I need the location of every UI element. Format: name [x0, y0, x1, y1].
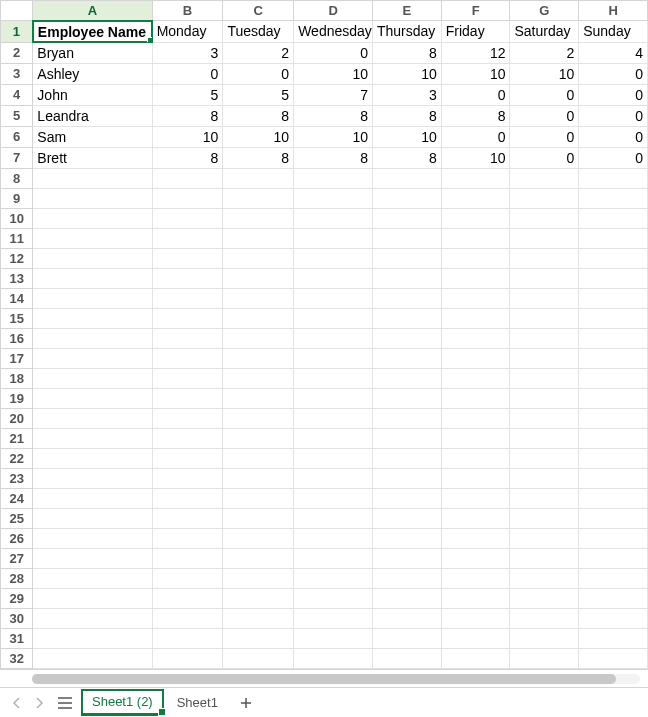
col-header-B[interactable]: B: [152, 1, 223, 21]
cell-C12[interactable]: [223, 248, 294, 268]
row-header-3[interactable]: 3: [1, 63, 33, 84]
cell-D2[interactable]: 0: [294, 42, 373, 63]
cell-D19[interactable]: [294, 388, 373, 408]
row-header-31[interactable]: 31: [1, 628, 33, 648]
cell-H2[interactable]: 4: [579, 42, 648, 63]
row-header-8[interactable]: 8: [1, 168, 33, 188]
cell-A3[interactable]: Ashley: [33, 63, 152, 84]
cell-H9[interactable]: [579, 188, 648, 208]
cell-D6[interactable]: 10: [294, 126, 373, 147]
cell-G32[interactable]: [510, 648, 579, 668]
cell-C30[interactable]: [223, 608, 294, 628]
row-header-17[interactable]: 17: [1, 348, 33, 368]
row-header-32[interactable]: 32: [1, 648, 33, 668]
cell-C4[interactable]: 5: [223, 84, 294, 105]
cell-H20[interactable]: [579, 408, 648, 428]
cell-H3[interactable]: 0: [579, 63, 648, 84]
cell-C10[interactable]: [223, 208, 294, 228]
cell-G14[interactable]: [510, 288, 579, 308]
cell-D24[interactable]: [294, 488, 373, 508]
cell-F17[interactable]: [441, 348, 510, 368]
row-header-13[interactable]: 13: [1, 268, 33, 288]
cell-F9[interactable]: [441, 188, 510, 208]
cell-H26[interactable]: [579, 528, 648, 548]
cell-D23[interactable]: [294, 468, 373, 488]
cell-A13[interactable]: [33, 268, 152, 288]
cell-D26[interactable]: [294, 528, 373, 548]
select-all-corner[interactable]: [1, 1, 33, 21]
cell-F26[interactable]: [441, 528, 510, 548]
cell-E32[interactable]: [373, 648, 442, 668]
col-header-A[interactable]: A: [33, 1, 152, 21]
cell-G11[interactable]: [510, 228, 579, 248]
cell-H23[interactable]: [579, 468, 648, 488]
row-header-9[interactable]: 9: [1, 188, 33, 208]
cell-E15[interactable]: [373, 308, 442, 328]
sheet-grid[interactable]: A B C D E F G H 1Employee NameMondayTues…: [0, 0, 648, 669]
row-header-12[interactable]: 12: [1, 248, 33, 268]
cell-B15[interactable]: [152, 308, 223, 328]
cell-B3[interactable]: 0: [152, 63, 223, 84]
cell-H11[interactable]: [579, 228, 648, 248]
cell-E22[interactable]: [373, 448, 442, 468]
cell-C2[interactable]: 2: [223, 42, 294, 63]
cell-G25[interactable]: [510, 508, 579, 528]
cell-B25[interactable]: [152, 508, 223, 528]
cell-A23[interactable]: [33, 468, 152, 488]
cell-G13[interactable]: [510, 268, 579, 288]
row-header-10[interactable]: 10: [1, 208, 33, 228]
cell-G5[interactable]: 0: [510, 105, 579, 126]
cell-B6[interactable]: 10: [152, 126, 223, 147]
cell-E10[interactable]: [373, 208, 442, 228]
row-header-14[interactable]: 14: [1, 288, 33, 308]
cell-F19[interactable]: [441, 388, 510, 408]
col-header-D[interactable]: D: [294, 1, 373, 21]
cell-F22[interactable]: [441, 448, 510, 468]
cell-D15[interactable]: [294, 308, 373, 328]
cell-F6[interactable]: 0: [441, 126, 510, 147]
cell-F4[interactable]: 0: [441, 84, 510, 105]
cell-F2[interactable]: 12: [441, 42, 510, 63]
cell-C25[interactable]: [223, 508, 294, 528]
cell-A7[interactable]: Brett: [33, 147, 152, 168]
cell-E1[interactable]: Thursday: [373, 21, 442, 43]
cell-H25[interactable]: [579, 508, 648, 528]
row-header-2[interactable]: 2: [1, 42, 33, 63]
cell-C21[interactable]: [223, 428, 294, 448]
cell-C29[interactable]: [223, 588, 294, 608]
row-header-15[interactable]: 15: [1, 308, 33, 328]
cell-E28[interactable]: [373, 568, 442, 588]
cell-B30[interactable]: [152, 608, 223, 628]
horizontal-scrollbar[interactable]: [0, 669, 648, 687]
cell-A2[interactable]: Bryan: [33, 42, 152, 63]
cell-H10[interactable]: [579, 208, 648, 228]
cell-G9[interactable]: [510, 188, 579, 208]
cell-E19[interactable]: [373, 388, 442, 408]
cell-H13[interactable]: [579, 268, 648, 288]
cell-E9[interactable]: [373, 188, 442, 208]
cell-D16[interactable]: [294, 328, 373, 348]
cell-H32[interactable]: [579, 648, 648, 668]
cell-D17[interactable]: [294, 348, 373, 368]
cell-F20[interactable]: [441, 408, 510, 428]
cell-A22[interactable]: [33, 448, 152, 468]
cell-F29[interactable]: [441, 588, 510, 608]
cell-F3[interactable]: 10: [441, 63, 510, 84]
cell-E29[interactable]: [373, 588, 442, 608]
cell-G20[interactable]: [510, 408, 579, 428]
cell-A24[interactable]: [33, 488, 152, 508]
cell-B1[interactable]: Monday: [152, 21, 223, 43]
cell-A10[interactable]: [33, 208, 152, 228]
cell-A17[interactable]: [33, 348, 152, 368]
cell-E30[interactable]: [373, 608, 442, 628]
cell-H22[interactable]: [579, 448, 648, 468]
cell-G17[interactable]: [510, 348, 579, 368]
cell-F32[interactable]: [441, 648, 510, 668]
cell-C24[interactable]: [223, 488, 294, 508]
cell-C27[interactable]: [223, 548, 294, 568]
cell-A1[interactable]: Employee Name: [33, 21, 152, 43]
cell-H29[interactable]: [579, 588, 648, 608]
row-header-11[interactable]: 11: [1, 228, 33, 248]
cell-C13[interactable]: [223, 268, 294, 288]
cell-E12[interactable]: [373, 248, 442, 268]
